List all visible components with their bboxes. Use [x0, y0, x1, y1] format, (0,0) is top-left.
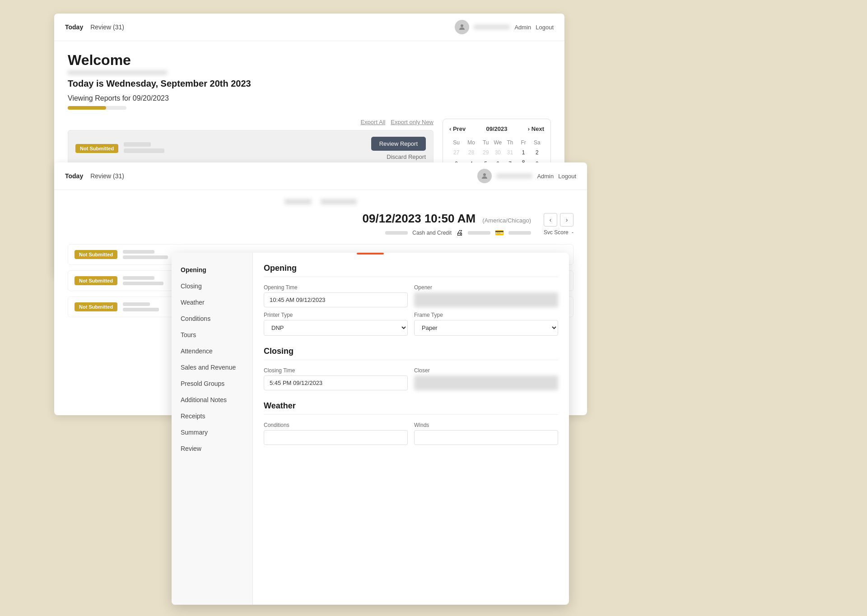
report-item-1: Not Submitted Review Report Discard Repo… — [68, 130, 434, 167]
nav-review-card1[interactable]: Review (31) — [90, 23, 124, 31]
sidebar-item-attendence[interactable]: Attendence — [172, 343, 252, 359]
opener-col: Opener — [414, 284, 558, 307]
svg-point-0 — [461, 24, 463, 27]
opener-label: Opener — [414, 284, 558, 291]
form-sidebar: Opening Closing Weather Conditions Tours… — [172, 253, 253, 605]
frame-type-select[interactable]: Paper Metal Wood — [414, 320, 558, 336]
username-card1 — [474, 25, 510, 29]
not-submitted-badge-s3: Not Submitted — [75, 302, 117, 311]
svc-score-label: Svc Score - — [544, 229, 573, 236]
not-submitted-badge-s2: Not Submitted — [75, 276, 117, 285]
payment-type: Cash and Credit — [412, 230, 452, 236]
sidebar-item-receipts[interactable]: Receipts — [172, 408, 252, 424]
discard-report-btn[interactable]: Discard Report — [371, 153, 426, 160]
report-line-1 — [124, 142, 151, 147]
sidebar-item-tours[interactable]: Tours — [172, 327, 252, 343]
username-card2 — [496, 174, 532, 178]
conditions-col: Conditions — [264, 422, 408, 445]
sidebar-item-sales[interactable]: Sales and Revenue — [172, 359, 252, 375]
opening-time-row: Opening Time Opener — [264, 284, 558, 307]
cal-header-mo: Mo — [463, 138, 479, 148]
cal-prev-btn[interactable]: ‹ Prev — [449, 125, 466, 132]
sidebar-item-conditions[interactable]: Conditions — [172, 310, 252, 327]
sidebar-item-review[interactable]: Review — [172, 440, 252, 457]
cal-day[interactable]: 31 — [503, 148, 517, 157]
frame-type-col: Frame Type Paper Metal Wood — [414, 312, 558, 336]
review-report-btn[interactable]: Review Report — [371, 137, 426, 151]
report-date: 09/12/2023 10:50 AM (America/Chicago) — [68, 212, 531, 226]
opening-time-label: Opening Time — [264, 284, 408, 291]
opening-section-title: Opening — [264, 264, 558, 277]
cal-header-we: We — [492, 138, 503, 148]
closer-col: Closer — [414, 367, 558, 390]
sidebar-item-closing[interactable]: Closing — [172, 278, 252, 294]
closer-input[interactable] — [414, 375, 558, 390]
svc-score-value: - — [572, 229, 573, 236]
admin-label-card1: Admin — [514, 24, 531, 31]
progress-bar-container — [68, 106, 126, 110]
wind-col: Winds — [414, 422, 558, 445]
cal-next-btn[interactable]: › Next — [528, 125, 544, 132]
cal-day[interactable]: 1 — [517, 148, 530, 157]
next-report-btn[interactable]: › — [560, 213, 573, 227]
closer-label: Closer — [414, 367, 558, 374]
location-blur-2 — [321, 199, 357, 204]
nav-today-card1[interactable]: Today — [65, 23, 83, 31]
cal-header-tu: Tu — [479, 138, 492, 148]
calendar-nav: ‹ Prev 09/2023 › Next — [449, 125, 544, 132]
report-blur-1 — [123, 250, 154, 254]
export-only-new-btn[interactable]: Export only New — [391, 119, 434, 125]
printer-type-select[interactable]: DNP Canon Other — [264, 320, 408, 336]
today-date: Today is Wednesday, September 20th 2023 — [68, 79, 251, 89]
report-blur-5 — [123, 302, 150, 306]
not-submitted-badge-1: Not Submitted — [75, 144, 118, 153]
printer-row: Printer Type DNP Canon Other Frame Type … — [264, 312, 558, 336]
cal-header-fr: Fr — [517, 138, 530, 148]
sidebar-item-presold[interactable]: Presold Groups — [172, 375, 252, 392]
sidebar-item-weather[interactable]: Weather — [172, 294, 252, 310]
cal-day[interactable]: 30 — [492, 148, 503, 157]
printer-type-label: Printer Type — [264, 312, 408, 318]
meta-blur-1 — [385, 231, 408, 235]
nav-today-card2[interactable]: Today — [65, 172, 83, 180]
cal-header-su: Su — [449, 138, 463, 148]
prev-report-btn[interactable]: ‹ — [544, 213, 557, 227]
progress-bar-fill — [68, 106, 106, 110]
cal-day[interactable]: 29 — [479, 148, 492, 157]
closing-time-label: Closing Time — [264, 367, 408, 374]
nav-arrows: ‹ › — [544, 213, 573, 227]
nav-review-card2[interactable]: Review (31) — [90, 172, 124, 180]
report-blur-3 — [123, 276, 154, 280]
closing-section-title: Closing — [264, 347, 558, 360]
conditions-input[interactable] — [264, 430, 408, 445]
report-actions-1: Review Report Discard Report — [371, 137, 426, 160]
cal-day[interactable]: 28 — [463, 148, 479, 157]
cal-day[interactable]: 27 — [449, 148, 463, 157]
closing-time-input[interactable] — [264, 375, 408, 390]
not-submitted-badge-s1: Not Submitted — [75, 250, 117, 259]
credit-icon: 💳 — [495, 228, 504, 237]
opening-time-col: Opening Time — [264, 284, 408, 307]
report-blur-2 — [123, 255, 168, 259]
welcome-title: Welcome — [68, 52, 251, 69]
sidebar-item-summary[interactable]: Summary — [172, 424, 252, 440]
sidebar-item-notes[interactable]: Additional Notes — [172, 392, 252, 408]
export-all-btn[interactable]: Export All — [360, 119, 385, 125]
weather-section-title: Weather — [264, 401, 558, 415]
opener-input[interactable] — [414, 292, 558, 307]
wind-input[interactable] — [414, 430, 558, 445]
sidebar-item-opening[interactable]: Opening — [172, 262, 252, 278]
logout-label-card2[interactable]: Logout — [558, 173, 576, 180]
weather-row: Conditions Winds — [264, 422, 558, 445]
conditions-label: Conditions — [264, 422, 408, 428]
admin-label-card2: Admin — [537, 173, 554, 180]
logout-label-card1[interactable]: Logout — [536, 24, 554, 31]
meta-blur-3 — [508, 231, 531, 235]
printer-icon: 🖨 — [456, 229, 463, 237]
wind-label: Winds — [414, 422, 558, 428]
opening-time-input[interactable] — [264, 292, 408, 307]
closing-time-col: Closing Time — [264, 367, 408, 390]
cal-day[interactable]: 2 — [530, 148, 544, 157]
location-blur-1 — [284, 199, 312, 204]
closing-time-row: Closing Time Closer — [264, 367, 558, 390]
